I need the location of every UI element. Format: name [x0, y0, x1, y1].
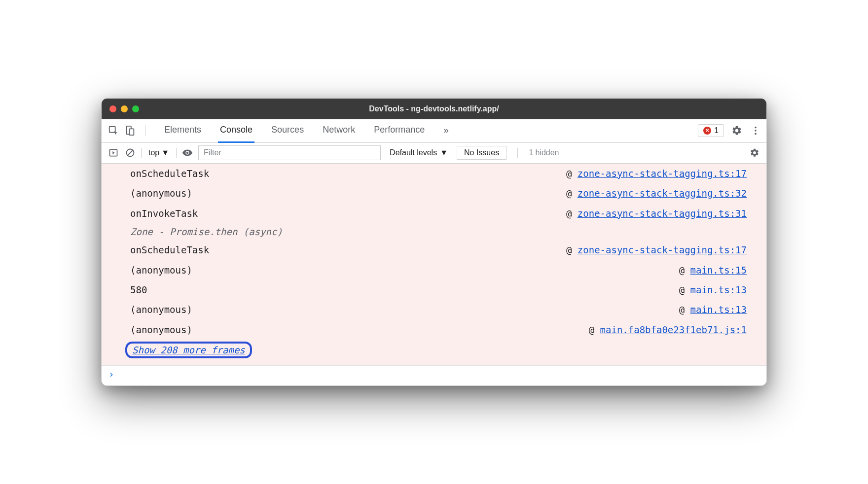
frame-location: @ zone-async-stack-tagging.ts:31: [566, 206, 747, 221]
frame-function: (anonymous): [130, 263, 192, 277]
window-title: DevTools - ng-devtools.netlify.app/: [369, 104, 499, 113]
source-link[interactable]: main.fa8bfa0e23f1eb71.js:1: [600, 324, 747, 335]
stack-frame: onInvokeTask @ zone-async-stack-tagging.…: [102, 204, 766, 223]
frame-location: @ main.fa8bfa0e23f1eb71.js:1: [589, 322, 747, 337]
show-more-frames-link[interactable]: Show 208 more frames: [125, 342, 252, 358]
divider: [517, 148, 518, 158]
divider: [145, 125, 145, 136]
source-link[interactable]: zone-async-stack-tagging.ts:17: [578, 244, 747, 255]
async-boundary-label: Zone - Promise.then (async): [102, 223, 766, 240]
traffic-lights: [109, 105, 139, 112]
tab-performance[interactable]: Performance: [372, 119, 427, 143]
issues-button[interactable]: No Issues: [457, 146, 506, 160]
console-toolbar: top ▼ Default levels ▼ No Issues 1 hidde…: [102, 143, 766, 164]
chevron-down-icon: ▼: [440, 148, 448, 157]
frame-function: (anonymous): [130, 186, 192, 201]
frame-location: @ zone-async-stack-tagging.ts:17: [566, 242, 747, 257]
kebab-menu-icon[interactable]: [750, 125, 761, 137]
stack-frame: onScheduleTask @ zone-async-stack-taggin…: [102, 164, 766, 183]
context-label: top: [148, 148, 159, 157]
divider: [176, 148, 177, 158]
tabbar: Elements Console Sources Network Perform…: [102, 119, 766, 143]
inspect-element-icon[interactable]: [107, 124, 120, 138]
error-icon: [703, 127, 711, 135]
chevron-down-icon: ▼: [161, 148, 169, 157]
filter-input[interactable]: [198, 145, 381, 160]
error-count-badge[interactable]: 1: [698, 124, 724, 137]
tab-sources[interactable]: Sources: [269, 119, 306, 143]
console-body: onScheduleTask @ zone-async-stack-taggin…: [102, 164, 766, 365]
frame-function: onInvokeTask: [130, 206, 198, 221]
source-link[interactable]: main.ts:13: [690, 304, 747, 315]
source-link[interactable]: main.ts:15: [690, 265, 747, 276]
frame-function: (anonymous): [130, 302, 192, 317]
close-window-button[interactable]: [109, 105, 116, 112]
source-link[interactable]: zone-async-stack-tagging.ts:32: [578, 188, 747, 199]
stack-frame: (anonymous) @ main.ts:15: [102, 260, 766, 280]
frame-function: (anonymous): [130, 322, 192, 337]
frame-location: @ main.ts:13: [679, 282, 747, 297]
log-levels-selector[interactable]: Default levels ▼: [390, 148, 448, 157]
maximize-window-button[interactable]: [132, 105, 139, 112]
tabs-overflow[interactable]: »: [441, 119, 451, 143]
frame-function: onScheduleTask: [130, 242, 209, 257]
tab-elements[interactable]: Elements: [162, 119, 203, 143]
svg-point-3: [755, 127, 757, 129]
clear-console-icon[interactable]: [124, 147, 136, 159]
titlebar: DevTools - ng-devtools.netlify.app/: [102, 99, 766, 119]
divider: [141, 148, 142, 158]
stack-frame: 580 @ main.ts:13: [102, 280, 766, 300]
tabbar-right: 1: [698, 124, 761, 137]
settings-gear-icon[interactable]: [731, 125, 743, 137]
svg-line-8: [128, 150, 133, 155]
frame-function: onScheduleTask: [130, 166, 209, 181]
svg-rect-2: [129, 129, 134, 136]
frame-location: @ zone-async-stack-tagging.ts:17: [566, 166, 747, 181]
minimize-window-button[interactable]: [121, 105, 128, 112]
error-count: 1: [714, 126, 719, 135]
svg-point-4: [755, 130, 757, 132]
frame-location: @ main.ts:13: [679, 302, 747, 317]
stack-frame: (anonymous) @ main.fa8bfa0e23f1eb71.js:1: [102, 320, 766, 340]
console-prompt[interactable]: ›: [102, 365, 766, 385]
tab-network[interactable]: Network: [321, 119, 357, 143]
source-link[interactable]: zone-async-stack-tagging.ts:31: [578, 208, 747, 219]
main-tabs: Elements Console Sources Network Perform…: [162, 119, 451, 143]
frame-function: 580: [130, 282, 147, 297]
tab-console[interactable]: Console: [218, 119, 254, 143]
show-more-wrap: Show 208 more frames: [102, 340, 766, 365]
stack-frame: (anonymous) @ zone-async-stack-tagging.t…: [102, 183, 766, 203]
frame-location: @ main.ts:15: [679, 263, 747, 277]
frame-location: @ zone-async-stack-tagging.ts:32: [566, 186, 747, 201]
source-link[interactable]: main.ts:13: [690, 284, 747, 295]
console-settings-gear-icon[interactable]: [749, 147, 760, 159]
device-toolbar-icon[interactable]: [123, 124, 137, 138]
levels-label: Default levels: [390, 148, 437, 157]
hidden-count: 1 hidden: [529, 148, 559, 157]
devtools-window: DevTools - ng-devtools.netlify.app/ Elem…: [101, 98, 767, 386]
svg-point-5: [755, 133, 757, 135]
eye-icon[interactable]: [181, 147, 193, 159]
toggle-sidebar-icon[interactable]: [108, 147, 119, 159]
stack-frame: (anonymous) @ main.ts:13: [102, 300, 766, 319]
source-link[interactable]: zone-async-stack-tagging.ts:17: [578, 168, 747, 179]
context-selector[interactable]: top ▼: [146, 147, 171, 158]
stack-frame: onScheduleTask @ zone-async-stack-taggin…: [102, 240, 766, 260]
prompt-chevron-icon: ›: [108, 369, 114, 380]
